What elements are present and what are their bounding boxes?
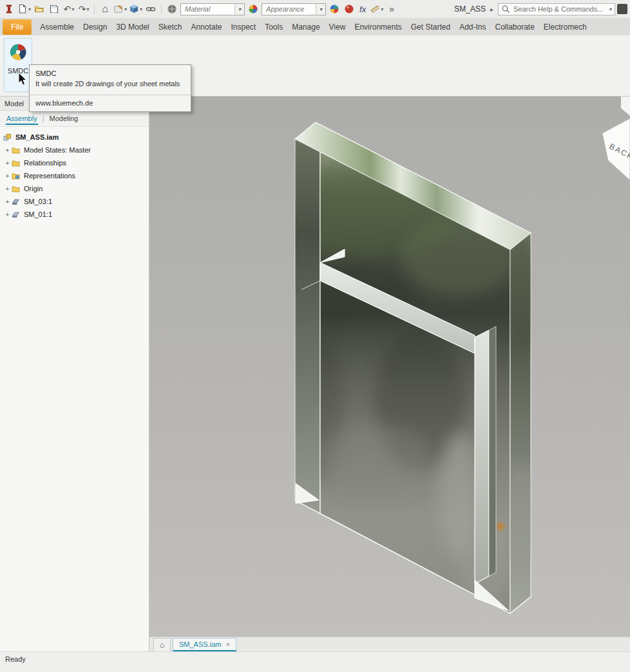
- help-search-box[interactable]: ▾: [498, 3, 615, 15]
- home-view-button[interactable]: ⌂: [99, 3, 111, 15]
- tree-item-label: Representations: [24, 172, 75, 180]
- toolbar-overflow-button[interactable]: »: [385, 3, 398, 15]
- material-browser-button[interactable]: [166, 3, 178, 15]
- search-icon: [501, 5, 510, 14]
- save-icon: [49, 4, 59, 14]
- expand-icon[interactable]: +: [3, 185, 12, 192]
- tab-assembly[interactable]: Assembly: [6, 112, 38, 125]
- tab-view[interactable]: View: [325, 19, 350, 35]
- appearance-combobox-dropdown[interactable]: ▾: [316, 4, 325, 15]
- document-tab-active[interactable]: SM_ASS.iam ×: [173, 638, 236, 651]
- new-file-dropdown[interactable]: ▾: [28, 6, 31, 12]
- parameters-button[interactable]: fx: [358, 5, 368, 14]
- tree-item-label: SM_ASS.iam: [15, 133, 59, 141]
- home-tab-button[interactable]: ⌂: [153, 638, 171, 651]
- place-component-button[interactable]: ▾: [129, 3, 142, 15]
- tab-3d-model[interactable]: 3D Model: [111, 19, 153, 35]
- mouse-cursor: [18, 72, 28, 86]
- tab-sketch[interactable]: Sketch: [154, 19, 187, 35]
- component-cube-icon: [129, 4, 139, 14]
- material-combobox-dropdown[interactable]: ▾: [234, 4, 244, 15]
- tab-collaborate[interactable]: Collaborate: [490, 19, 539, 35]
- tab-annotate[interactable]: Annotate: [186, 19, 226, 35]
- measure-button[interactable]: ▾: [370, 3, 383, 15]
- tab-design[interactable]: Design: [79, 19, 111, 35]
- document-tab-close-icon[interactable]: ×: [225, 640, 229, 648]
- expand-icon[interactable]: +: [3, 172, 12, 180]
- status-bar: Ready: [0, 651, 630, 672]
- assembly-icon: [3, 133, 13, 142]
- tab-environments[interactable]: Environments: [350, 19, 406, 35]
- tooltip-link: www.bluemech.de: [35, 99, 185, 107]
- new-file-button[interactable]: ▾: [17, 3, 31, 15]
- expand-icon[interactable]: +: [3, 159, 12, 167]
- expand-icon[interactable]: +: [3, 146, 12, 154]
- tree-item-label: Origin: [24, 185, 43, 192]
- link-icon: [146, 4, 156, 14]
- sketch-button[interactable]: ▾: [113, 3, 127, 15]
- sketch-dropdown[interactable]: ▾: [124, 6, 127, 12]
- tree-item-sm01[interactable]: + SM_01:1: [3, 208, 149, 221]
- tooltip-divider: [30, 95, 191, 95]
- home-icon: ⌂: [160, 640, 164, 649]
- tooltip-title: SMDC: [35, 70, 185, 77]
- tab-manage[interactable]: Manage: [287, 19, 324, 35]
- folder-icon: [12, 159, 21, 167]
- sketch-icon: [113, 4, 124, 14]
- graphics-viewport[interactable]: BACK ⌂ SM_ASS.iam ×: [149, 97, 630, 651]
- measure-dropdown[interactable]: ▾: [381, 6, 383, 12]
- sheet-metal-assembly-model[interactable]: BACK: [149, 97, 630, 651]
- undo-button[interactable]: ↶▾: [62, 3, 75, 15]
- stiffener-side-face[interactable]: [489, 326, 496, 576]
- save-button[interactable]: [48, 3, 61, 15]
- appearance-combobox[interactable]: Appearance ▾: [262, 3, 326, 15]
- tab-inspect[interactable]: Inspect: [226, 19, 260, 35]
- tree-item-sm03[interactable]: + SM_03:1: [3, 195, 149, 208]
- search-input[interactable]: [512, 5, 607, 14]
- expand-icon[interactable]: +: [3, 210, 12, 218]
- tree-item-relationships[interactable]: + Relationships: [3, 156, 149, 169]
- tree-item-representations[interactable]: + Representations: [3, 169, 149, 182]
- tab-tools[interactable]: Tools: [260, 19, 287, 35]
- tree-item-model-states[interactable]: + Model States: Master: [3, 144, 149, 156]
- home-icon: ⌂: [102, 3, 108, 15]
- tab-add-ins[interactable]: Add-Ins: [455, 19, 490, 35]
- toolbar-separator: [161, 3, 162, 15]
- material-combobox[interactable]: Material ▾: [180, 3, 245, 15]
- appearance-ball-button[interactable]: [247, 3, 260, 15]
- document-tab-label: SM_ASS.iam: [179, 640, 221, 648]
- tab-file[interactable]: File: [3, 19, 32, 35]
- search-dropdown[interactable]: ▾: [609, 6, 612, 12]
- inventor-logo-icon[interactable]: [3, 3, 15, 15]
- new-file-icon: [17, 4, 28, 14]
- quick-access-toolbar: ▾ ↶▾ ↷▾ ⌂ ▾ ▾: [0, 0, 630, 18]
- tab-modeling[interactable]: Modeling: [49, 112, 79, 125]
- place-component-dropdown[interactable]: ▾: [140, 6, 142, 12]
- viewcube[interactable]: BACK: [602, 97, 630, 180]
- tab-electromechanical[interactable]: Electromech: [539, 19, 591, 35]
- sign-in-button[interactable]: [617, 4, 627, 14]
- title-arrow-icon: ▸: [490, 6, 493, 13]
- adjust-appearance-button[interactable]: [328, 3, 341, 15]
- ribbon-tab-bar: File Assemble Design 3D Model Sketch Ann…: [0, 18, 630, 35]
- stiffener-front-face[interactable]: [475, 330, 489, 584]
- clear-appearance-button[interactable]: [343, 3, 356, 15]
- toolbar-separator: [94, 3, 95, 15]
- document-tab-bar: ⌂ SM_ASS.iam ×: [149, 637, 630, 651]
- open-button[interactable]: [33, 3, 46, 15]
- tab-get-started[interactable]: Get Started: [406, 19, 455, 35]
- redo-icon: ↷: [79, 4, 86, 14]
- model-browser-panel: Model × Assembly | Modeling SM_ASS.iam +…: [0, 97, 149, 651]
- tree-item-label: SM_03:1: [24, 198, 52, 205]
- tree-item-origin[interactable]: + Origin: [3, 182, 149, 195]
- tree-item-root[interactable]: SM_ASS.iam: [3, 131, 149, 144]
- redo-button[interactable]: ↷▾: [77, 3, 90, 15]
- link-button[interactable]: [144, 3, 157, 15]
- undo-dropdown[interactable]: ▾: [72, 6, 74, 12]
- redo-dropdown[interactable]: ▾: [86, 6, 89, 12]
- folder-icon: [12, 185, 21, 193]
- smdc-icon: [8, 42, 28, 62]
- expand-icon[interactable]: +: [3, 198, 12, 205]
- model-left-flange[interactable]: [295, 139, 320, 514]
- tab-assemble[interactable]: Assemble: [35, 19, 79, 35]
